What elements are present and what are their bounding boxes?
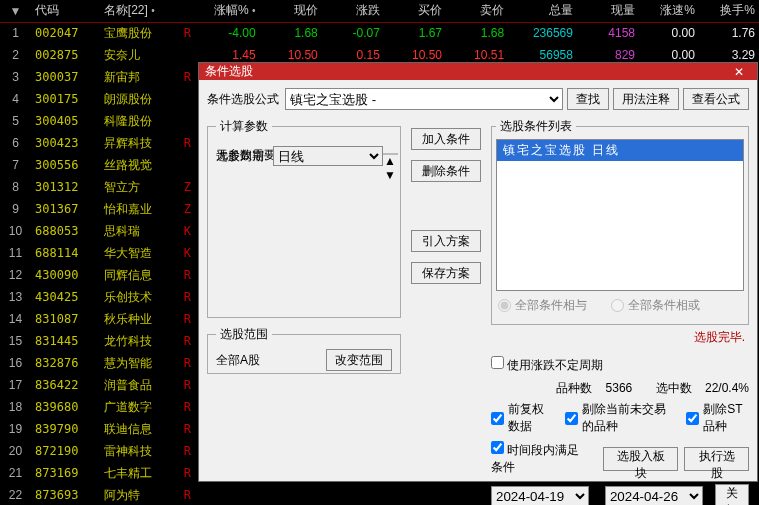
condition-list[interactable]: 镇宅之宝选股 日线 (496, 139, 744, 291)
col-idx[interactable]: ▼ (0, 0, 31, 22)
col-turn[interactable]: 换手% (699, 0, 759, 22)
scroll-down-icon[interactable]: ▼ (384, 168, 396, 182)
chk-noperiod[interactable]: 使用涨跌不定周期 (491, 356, 603, 374)
formula-select[interactable]: 镇宅之宝选股 - (285, 88, 563, 110)
col-ask[interactable]: 卖价 (446, 0, 508, 22)
add-condition-button[interactable]: 加入条件 (411, 128, 481, 150)
scope-group: 选股范围 全部A股 改变范围 (207, 326, 401, 374)
radio-and[interactable]: 全部条件相与 (498, 297, 587, 314)
delete-condition-button[interactable]: 删除条件 (411, 160, 481, 182)
chk-timerange[interactable]: 时间段内满足条件 (491, 441, 591, 476)
stock-picker-dialog: 条件选股 ✕ 条件选股公式 镇宅之宝选股 - 查找 用法注释 查看公式 计算参数… (198, 62, 758, 482)
col-code[interactable]: 代码 (31, 0, 100, 22)
usage-button[interactable]: 用法注释 (613, 88, 679, 110)
col-cur[interactable]: 现量 (577, 0, 639, 22)
close-icon[interactable]: ✕ (727, 65, 751, 79)
radio-or[interactable]: 全部条件相或 (611, 297, 700, 314)
scroll-up-icon[interactable]: ▲ (384, 154, 396, 168)
totals: 品种数 5366 选中数 22/0.4% (491, 380, 749, 397)
period-label: 选股周期: (216, 148, 267, 165)
col-vol[interactable]: 总量 (508, 0, 577, 22)
exec-button[interactable]: 执行选股 (684, 447, 749, 471)
save-plan-button[interactable]: 保存方案 (411, 262, 481, 284)
find-button[interactable]: 查找 (567, 88, 609, 110)
col-chg[interactable]: 涨幅% • (198, 0, 260, 22)
params-group: 计算参数 无参数需要设置 ▲ ▼ 选股周期: 日线 (207, 118, 401, 318)
period-select[interactable]: 日线 (273, 146, 383, 166)
chk-rm-notrade[interactable]: 剔除当前未交易的品种 (565, 401, 672, 435)
view-formula-button[interactable]: 查看公式 (683, 88, 749, 110)
table-header: ▼ 代码 名称[22] • 涨幅% • 现价 涨跌 买价 卖价 总量 现量 涨速… (0, 0, 759, 22)
status-text: 选股完毕. (491, 329, 749, 346)
col-speed[interactable]: 涨速% (639, 0, 699, 22)
change-scope-button[interactable]: 改变范围 (326, 349, 392, 371)
close-button[interactable]: 关闭 (715, 484, 749, 505)
condition-item[interactable]: 镇宅之宝选股 日线 (497, 140, 743, 161)
to-block-button[interactable]: 选股入板块 (603, 447, 678, 471)
table-row[interactable]: 1002047宝鹰股份R-4.001.68-0.071.671.68236569… (0, 22, 759, 44)
chk-rm-st[interactable]: 剔除ST品种 (686, 401, 749, 435)
date-from[interactable]: 2024-04-19 (491, 486, 589, 505)
chk-fq[interactable]: 前复权数据 (491, 401, 551, 435)
params-scrollbar[interactable]: ▲ ▼ (382, 153, 398, 155)
dialog-title: 条件选股 (205, 63, 727, 80)
date-to[interactable]: 2024-04-26 (605, 486, 703, 505)
condition-list-group: 选股条件列表 镇宅之宝选股 日线 全部条件相与 全部条件相或 (491, 118, 749, 325)
load-plan-button[interactable]: 引入方案 (411, 230, 481, 252)
col-bid[interactable]: 买价 (384, 0, 446, 22)
col-price[interactable]: 现价 (260, 0, 322, 22)
col-diff[interactable]: 涨跌 (322, 0, 384, 22)
formula-label: 条件选股公式 (207, 91, 279, 108)
col-name[interactable]: 名称[22] • (100, 0, 180, 22)
dialog-titlebar[interactable]: 条件选股 ✕ (199, 63, 757, 80)
scope-value: 全部A股 (216, 352, 260, 369)
